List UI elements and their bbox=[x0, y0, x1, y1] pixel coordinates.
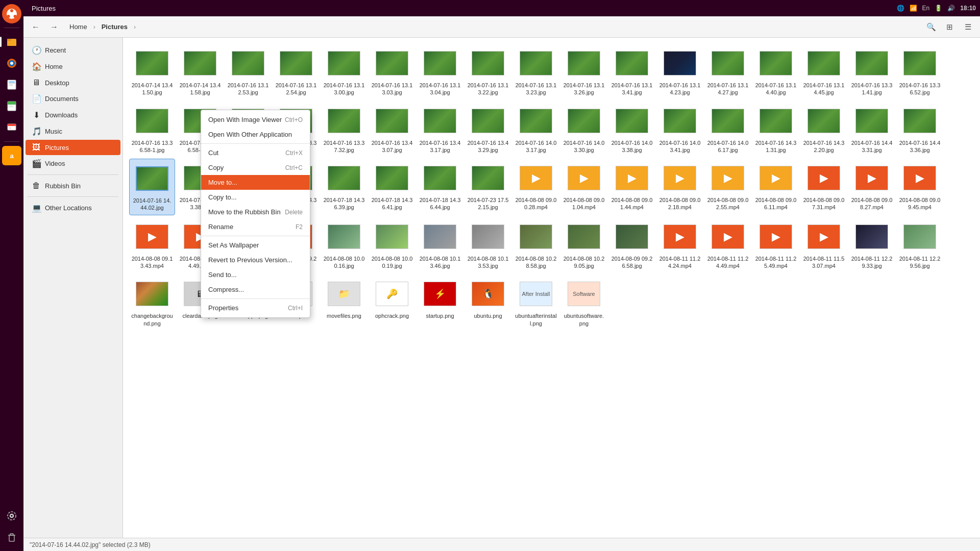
dock-files[interactable] bbox=[2, 32, 21, 52]
file-item[interactable]: ▶2014-08-08 09.09.45.mp4 bbox=[897, 159, 943, 215]
sidebar-item-desktop[interactable]: 🖥 Desktop bbox=[26, 75, 120, 90]
file-item[interactable]: 🔑 ophcrack.png bbox=[369, 274, 415, 330]
file-item[interactable]: 2014-07-16 14.32.20.jpg bbox=[801, 102, 847, 157]
dock-amazon[interactable]: a bbox=[2, 146, 21, 165]
sidebar-item-other[interactable]: 💻 Other Locations bbox=[26, 200, 120, 216]
file-item[interactable]: 2014-07-16 13.43.07.jpg bbox=[369, 102, 415, 157]
sidebar-item-music[interactable]: 🎵 Music bbox=[26, 123, 120, 139]
file-item[interactable]: ▶2014-08-08 09.00.28.mp4 bbox=[513, 159, 559, 215]
file-item[interactable]: ▶2014-08-08 09.07.31.mp4 bbox=[801, 159, 847, 215]
file-item[interactable]: 2014-07-16 13.43.17.jpg bbox=[417, 102, 463, 157]
file-item[interactable]: 2014-08-08 10.13.53.jpg bbox=[465, 217, 511, 273]
file-item[interactable]: 2014-07-16 13.13.26.jpg bbox=[561, 44, 607, 99]
breadcrumb-current[interactable]: Pictures bbox=[96, 21, 133, 33]
file-item[interactable]: 2014-07-16 14.31.31.jpg bbox=[753, 102, 799, 157]
file-item[interactable]: ▶2014-08-08 09.02.55.mp4 bbox=[705, 159, 751, 215]
file-item[interactable]: ⚡ startup.png bbox=[417, 274, 463, 330]
file-item[interactable]: 2014-07-16 13.36.58-1.jpg bbox=[129, 102, 175, 157]
file-item[interactable]: 2014-07-23 17.52.15.jpg bbox=[465, 159, 511, 215]
file-item[interactable]: 2014-07-16 13.36.52.jpg bbox=[897, 44, 943, 99]
file-item[interactable]: 2014-07-16 14.43.31.jpg bbox=[849, 102, 895, 157]
sidebar-item-videos[interactable]: 🎬 Videos bbox=[26, 156, 120, 171]
dock-ubuntu[interactable] bbox=[2, 4, 21, 23]
ctx-move-to[interactable]: Move to... bbox=[201, 175, 310, 190]
file-item[interactable]: 2014-07-18 14.36.44.jpg bbox=[417, 159, 463, 215]
dock-settings[interactable] bbox=[2, 506, 21, 525]
sidebar-item-rubbish[interactable]: 🗑 Rubbish Bin bbox=[26, 178, 120, 193]
file-item[interactable]: 2014-07-16 13.31.41.jpg bbox=[849, 44, 895, 99]
file-item[interactable]: 2014-07-16 13.14.23.jpg bbox=[657, 44, 703, 99]
file-item[interactable]: 2014-07-14 13.41.58.jpg bbox=[177, 44, 223, 99]
file-item[interactable]: 2014-07-16 13.12.53.jpg bbox=[225, 44, 271, 99]
ctx-cut[interactable]: Cut Ctrl+X bbox=[201, 145, 310, 160]
file-item[interactable]: 2014-07-16 13.43.29.jpg bbox=[465, 102, 511, 157]
file-item[interactable]: 2014-07-16 13.13.03.jpg bbox=[369, 44, 415, 99]
file-item[interactable]: 2014-07-16 14.43.36.jpg bbox=[897, 102, 943, 157]
forward-button[interactable]: → bbox=[46, 19, 62, 35]
ctx-compress[interactable]: Compress... bbox=[201, 282, 310, 297]
ctx-revert[interactable]: Revert to Previous Version... bbox=[201, 253, 310, 267]
file-item[interactable]: 📁 movefiles.png bbox=[321, 274, 367, 330]
view-toggle-button[interactable]: ⊞ bbox=[941, 19, 958, 35]
file-item[interactable]: ▶2014-08-11 11.24.24.mp4 bbox=[657, 217, 703, 273]
file-item[interactable]: 2014-08-08 10.13.46.jpg bbox=[417, 217, 463, 273]
file-item[interactable]: ▶2014-08-08 09.08.27.mp4 bbox=[849, 159, 895, 215]
file-item[interactable]: 2014-08-08 10.28.58.jpg bbox=[513, 217, 559, 273]
file-item[interactable]: 2014-07-16 13.13.23.jpg bbox=[513, 44, 559, 99]
file-item[interactable]: 2014-07-16 13.14.40.jpg bbox=[753, 44, 799, 99]
dock-impress[interactable] bbox=[2, 118, 21, 137]
ctx-set-wallpaper[interactable]: Set As Wallpaper bbox=[201, 238, 310, 253]
file-item[interactable]: 2014-07-16 13.13.22.jpg bbox=[465, 44, 511, 99]
file-item[interactable]: 2014-08-09 09.26.58.jpg bbox=[609, 217, 655, 273]
file-item[interactable]: ▶2014-08-11 11.24.49.mp4 bbox=[705, 217, 751, 273]
sidebar-item-pictures[interactable]: 🖼 Pictures bbox=[26, 140, 120, 155]
sidebar-item-home[interactable]: 🏠 Home bbox=[26, 59, 120, 74]
ctx-open-viewer[interactable]: Open With Image Viewer Ctrl+O bbox=[201, 112, 310, 127]
dock-trash[interactable] bbox=[2, 528, 21, 547]
file-item[interactable]: 2014-07-16 14.03.30.jpg bbox=[561, 102, 607, 157]
sidebar-item-downloads[interactable]: ⬇ Downloads bbox=[26, 107, 120, 123]
file-item[interactable]: ▶2014-08-08 09.06.11.mp4 bbox=[753, 159, 799, 215]
file-item[interactable]: 2014-07-16 13.13.04.jpg bbox=[417, 44, 463, 99]
file-item[interactable]: changebackground.png bbox=[129, 274, 175, 330]
file-item[interactable]: 2014-08-08 10.00.16.jpg bbox=[321, 217, 367, 273]
ctx-copy[interactable]: Copy Ctrl+C bbox=[201, 160, 310, 175]
file-item[interactable]: ▶2014-08-08 09.02.18.mp4 bbox=[657, 159, 703, 215]
file-item[interactable]: 2014-07-16 13.14.27.jpg bbox=[705, 44, 751, 99]
file-item[interactable]: ▶2014-08-08 09.13.43.mp4 bbox=[129, 217, 175, 273]
file-item[interactable]: 🐧 ubuntu.png bbox=[465, 274, 511, 330]
file-item[interactable]: 2014-07-16 13.37.32.jpg bbox=[321, 102, 367, 157]
file-item[interactable]: 2014-07-16 14.03.41.jpg bbox=[657, 102, 703, 157]
file-item[interactable]: ▶2014-08-11 11.53.07.mp4 bbox=[801, 217, 847, 273]
selected-file-item[interactable]: 2014-07-16 14.44.02.jpg bbox=[129, 159, 175, 215]
file-item[interactable]: ▶2014-08-11 11.25.49.mp4 bbox=[753, 217, 799, 273]
breadcrumb-home[interactable]: Home bbox=[64, 21, 92, 33]
ctx-properties[interactable]: Properties Ctrl+I bbox=[201, 300, 310, 315]
file-item[interactable]: 2014-07-16 13.13.00.jpg bbox=[321, 44, 367, 99]
sidebar-item-recent[interactable]: 🕐 Recent bbox=[26, 42, 120, 58]
file-item[interactable]: 2014-07-16 14.03.38.jpg bbox=[609, 102, 655, 157]
file-item[interactable]: 2014-07-16 13.13.41.jpg bbox=[609, 44, 655, 99]
back-button[interactable]: ← bbox=[28, 19, 44, 35]
file-item[interactable]: 2014-07-16 14.03.17.jpg bbox=[513, 102, 559, 157]
file-item[interactable]: 2014-08-08 10.29.05.jpg bbox=[561, 217, 607, 273]
file-item[interactable]: ▶2014-08-08 09.01.44.mp4 bbox=[609, 159, 655, 215]
file-item[interactable]: After Install ubuntuafterinstall.png bbox=[513, 274, 559, 330]
file-item[interactable]: 2014-07-18 14.36.39.jpg bbox=[321, 159, 367, 215]
ctx-copy-to[interactable]: Copy to... bbox=[201, 190, 310, 205]
file-item[interactable]: 2014-08-08 10.00.19.jpg bbox=[369, 217, 415, 273]
file-item[interactable]: 2014-08-11 12.29.56.jpg bbox=[897, 217, 943, 273]
file-item[interactable]: 2014-07-16 13.12.54.jpg bbox=[273, 44, 319, 99]
file-item[interactable]: 2014-07-16 14.06.17.jpg bbox=[705, 102, 751, 157]
file-item[interactable]: Software ubuntusoftware.png bbox=[561, 274, 607, 330]
search-button[interactable]: 🔍 bbox=[923, 19, 939, 35]
file-item[interactable]: 2014-07-14 13.41.50.jpg bbox=[129, 44, 175, 99]
ctx-move-rubbish[interactable]: Move to the Rubbish Bin Delete bbox=[201, 205, 310, 219]
file-item[interactable]: ▶2014-08-08 09.01.04.mp4 bbox=[561, 159, 607, 215]
dock-calc[interactable] bbox=[2, 96, 21, 116]
dock-writer[interactable] bbox=[2, 75, 21, 94]
menu-button[interactable]: ☰ bbox=[960, 19, 976, 35]
ctx-open-other[interactable]: Open With Other Application bbox=[201, 127, 310, 142]
ctx-send-to[interactable]: Send to... bbox=[201, 267, 310, 282]
sidebar-item-documents[interactable]: 📄 Documents bbox=[26, 91, 120, 107]
